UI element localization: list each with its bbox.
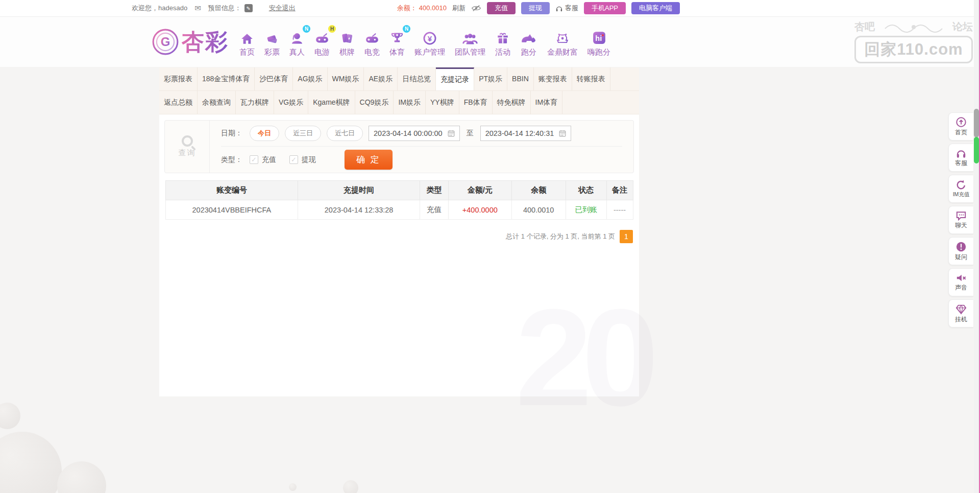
nav-item-gift[interactable]: 活动	[493, 27, 513, 57]
scrollbar-track[interactable]	[974, 0, 979, 493]
forum-watermark: 杏吧 论坛 回家110.com	[854, 20, 973, 63]
nav-item-slots-gamepad[interactable]: H电游	[312, 27, 332, 57]
tab[interactable]: FB体育	[459, 91, 493, 114]
refresh-link[interactable]: 刷新	[452, 4, 465, 13]
headset-icon	[555, 5, 563, 12]
nav-item-esports[interactable]: 电竞	[362, 27, 382, 57]
tab[interactable]: 188金宝博体育	[198, 67, 255, 90]
nav-item-lottery-tickets[interactable]: 彩票	[262, 27, 282, 57]
nav-label: 首页	[239, 48, 255, 57]
rail-item-back-to-top[interactable]: 首页	[948, 112, 973, 140]
nav-label: 体育	[389, 48, 405, 57]
back-to-top-icon	[955, 116, 967, 128]
svg-text:G: G	[161, 35, 170, 49]
gift-icon	[496, 27, 509, 45]
pagination: 总计 1 个记录, 分为 1 页, 当前第 1 页 1	[165, 230, 633, 243]
calendar-icon	[448, 130, 455, 137]
search-block: 查询	[165, 121, 210, 173]
tab[interactable]: 余额查询	[198, 91, 236, 114]
rail-item-im-recharge[interactable]: IM充值	[948, 175, 973, 203]
quick-range-pill[interactable]: 今日	[250, 126, 279, 141]
report-tabs: 彩票报表188金宝博体育沙巴体育AG娱乐WM娱乐AE娱乐日结总览充提记录PT娱乐…	[159, 67, 639, 114]
scrollbar-thumb[interactable]	[974, 109, 979, 137]
nav-item-home[interactable]: 首页	[237, 27, 257, 57]
decor-sphere	[289, 483, 297, 491]
tab[interactable]: PT娱乐	[474, 67, 507, 90]
rail-item-gem[interactable]: 挂机	[948, 299, 973, 327]
rail-item-question-alert[interactable]: 疑问	[948, 237, 973, 265]
customer-service-link[interactable]: 客服	[555, 4, 578, 13]
calendar-icon	[559, 130, 566, 137]
new-badge: H	[328, 25, 336, 33]
quick-range-pill[interactable]: 近七日	[327, 126, 363, 141]
esports-icon	[364, 27, 380, 45]
tab[interactable]: IM娱乐	[394, 91, 426, 114]
tab[interactable]: AG娱乐	[293, 67, 327, 90]
cell-id: 20230414VBBEIFHCFA	[165, 200, 298, 220]
tab[interactable]: 转账报表	[572, 67, 610, 90]
deposit-button[interactable]: 充值	[487, 2, 516, 14]
tab[interactable]: 彩票报表	[159, 67, 198, 90]
nav-item-cards[interactable]: 棋牌	[337, 27, 357, 57]
site-logo[interactable]: G 杏彩	[151, 27, 229, 57]
new-badge: N	[303, 25, 310, 33]
decor-sphere	[0, 432, 62, 493]
tab[interactable]: Kgame棋牌	[308, 91, 355, 114]
mail-icon[interactable]: ✉	[194, 4, 201, 13]
rail-item-headset[interactable]: 客服	[948, 144, 973, 172]
nav-label: 账户管理	[414, 48, 445, 57]
watermark-right: 论坛	[952, 20, 973, 34]
mobile-app-button[interactable]: 手机APP	[584, 2, 626, 14]
rail-label: 首页	[955, 128, 967, 137]
tab[interactable]: 沙巴体育	[255, 67, 293, 90]
checkbox[interactable]: ✓	[289, 155, 298, 164]
eye-off-icon[interactable]	[471, 5, 481, 12]
nav-item-hi-app[interactable]: hi嗨跑分	[585, 27, 613, 57]
rail-item-sound-muted[interactable]: 声音	[948, 268, 973, 296]
edit-pencil-icon[interactable]: ✎	[244, 4, 253, 12]
tab[interactable]: YY棋牌	[426, 91, 459, 114]
magnifier-icon	[182, 135, 193, 147]
rail-item-chat-bubble[interactable]: 聊天	[948, 206, 973, 234]
date-from-input[interactable]: 2023-04-14 00:00:00	[369, 126, 460, 141]
nav-item-team[interactable]: 团队管理	[452, 27, 488, 57]
page-number-button[interactable]: 1	[620, 230, 633, 243]
tab[interactable]: CQ9娱乐	[355, 91, 394, 114]
scrollbar-thumb-green[interactable]	[974, 137, 979, 163]
nav-item-sports-trophy[interactable]: N体育	[387, 27, 407, 57]
lottery-tickets-icon	[265, 27, 279, 45]
column-header: 状态	[566, 181, 606, 200]
rail-label: 挂机	[955, 315, 967, 324]
withdraw-button[interactable]: 提现	[521, 2, 550, 14]
column-header: 金额/元	[448, 181, 511, 200]
checkbox-label: 充值	[262, 155, 276, 165]
checkbox[interactable]: ✓	[250, 155, 258, 164]
tab[interactable]: 特免棋牌	[493, 91, 531, 114]
confirm-button[interactable]: 确 定	[345, 150, 393, 170]
tab[interactable]: 日结总览	[398, 67, 436, 90]
tab[interactable]: 瓦力棋牌	[236, 91, 274, 114]
account-coin-icon: ¥	[423, 27, 437, 45]
tab[interactable]: VG娱乐	[274, 91, 308, 114]
date-to-input[interactable]: 2023-04-14 12:40:31	[480, 126, 572, 141]
tab[interactable]: IM体育	[531, 91, 563, 114]
nav-item-rhino[interactable]: 跑分	[518, 27, 540, 57]
nav-item-live-dealer[interactable]: N真人	[287, 27, 307, 57]
tab[interactable]: 返点总额	[159, 91, 198, 114]
tab[interactable]: 账变报表	[534, 67, 572, 90]
table-body: 20230414VBBEIFHCFA2023-04-14 12:33:28充值+…	[165, 200, 633, 220]
type-checkbox-option[interactable]: ✓充值	[250, 155, 276, 165]
nav-item-tripod[interactable]: 金鼎财富	[545, 27, 580, 57]
logout-link[interactable]: 安全退出	[269, 4, 296, 13]
nav-item-account-coin[interactable]: ¥账户管理	[412, 27, 448, 57]
balance-value: 400.0010	[419, 4, 447, 12]
tab[interactable]: WM娱乐	[328, 67, 364, 90]
pc-client-button[interactable]: 电脑客户端	[631, 2, 680, 14]
type-checkbox-option[interactable]: ✓提现	[289, 155, 316, 165]
tab[interactable]: 充提记录	[436, 67, 474, 90]
to-label: 至	[467, 129, 474, 138]
gem-icon	[955, 303, 967, 315]
tab[interactable]: AE娱乐	[364, 67, 398, 90]
tab[interactable]: BBIN	[507, 67, 534, 90]
quick-range-pill[interactable]: 近三日	[285, 126, 321, 141]
